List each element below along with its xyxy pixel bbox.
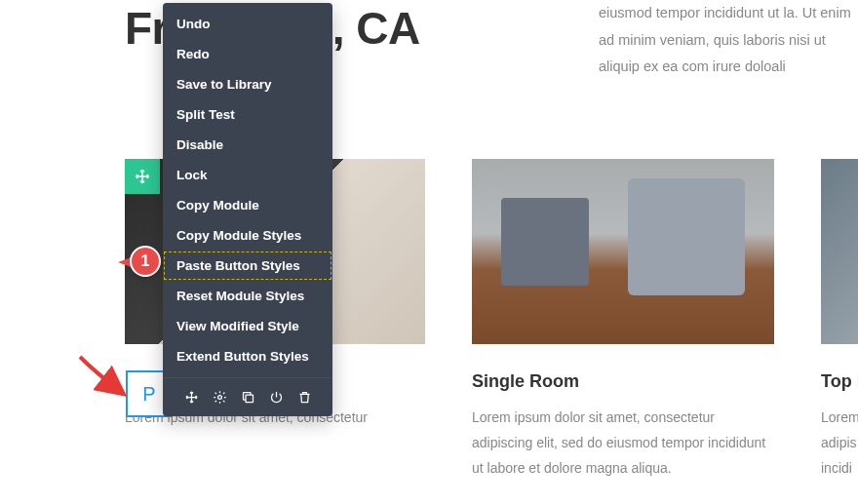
power-icon [269,390,284,405]
context-menu: UndoRedoSave to LibrarySplit TestDisable… [163,3,332,416]
menu-item-paste-button-styles[interactable]: Paste Button Styles [163,251,332,281]
card-desc: Lorem ipsum dolor sit amet, consectetur … [472,406,774,482]
menu-item-save-to-library[interactable]: Save to Library [163,69,332,99]
menu-item-view-modified-style[interactable]: View Modified Style [163,311,332,341]
move-icon [184,390,199,405]
module-move-handle[interactable] [125,159,160,194]
menu-item-copy-module[interactable]: Copy Module [163,190,332,220]
toolbar-settings-button[interactable] [213,390,227,405]
gear-icon [213,390,227,405]
toolbar-move-button[interactable] [184,390,199,405]
card-title: Single Room [472,371,774,392]
module-toolbar [163,377,332,416]
intro-paragraph: eiusmod tempor incididunt ut la. Ut enim… [599,0,858,81]
menu-item-extend-button-styles[interactable]: Extend Button Styles [163,341,332,371]
menu-item-split-test[interactable]: Split Test [163,99,332,130]
menu-item-reset-module-styles[interactable]: Reset Module Styles [163,281,332,311]
card-single-room: Single Room Lorem ipsum dolor sit amet, … [472,159,774,482]
card-top: Top F Lorem adipis incidi [821,159,858,482]
card-title: Top F [821,371,858,392]
card-image [472,159,774,344]
menu-item-lock[interactable]: Lock [163,160,332,190]
menu-item-disable[interactable]: Disable [163,130,332,160]
card-desc: Lorem adipis incidi [821,406,858,482]
trash-icon [297,390,312,405]
duplicate-icon [241,390,255,405]
card-image [821,159,858,344]
menu-item-redo[interactable]: Redo [163,39,332,69]
toolbar-delete-button[interactable] [297,390,312,405]
toolbar-power-button[interactable] [269,390,284,405]
toolbar-duplicate-button[interactable] [241,390,255,405]
svg-rect-1 [246,395,254,403]
move-icon [135,169,150,184]
menu-item-copy-module-styles[interactable]: Copy Module Styles [163,220,332,251]
menu-item-undo[interactable]: Undo [163,9,332,39]
svg-point-0 [217,396,221,400]
